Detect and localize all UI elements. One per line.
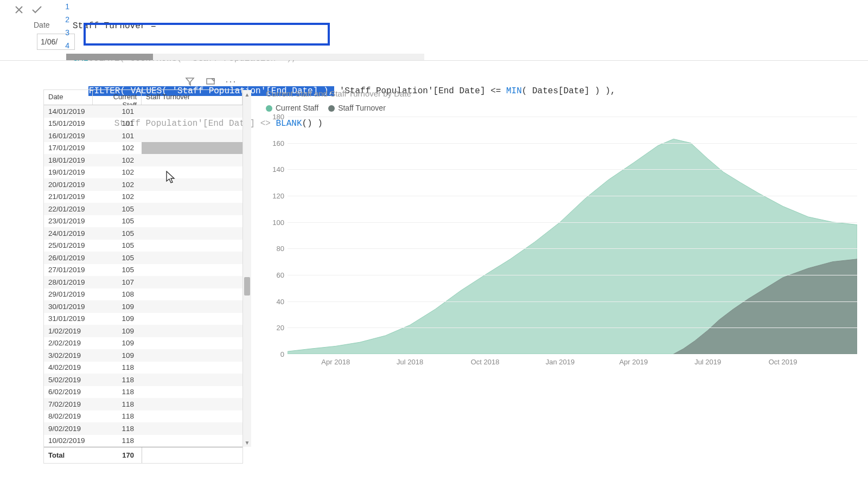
table-row[interactable]: 26/01/2019105 — [44, 252, 242, 264]
table-body[interactable]: 14/01/201910115/01/201910116/01/20191011… — [44, 105, 242, 447]
table-row[interactable]: 16/01/2019101 — [44, 130, 242, 142]
table-row[interactable]: 6/02/2019118 — [44, 386, 242, 399]
table-row[interactable]: 28/01/2019107 — [44, 276, 242, 288]
horizontal-scrollbar[interactable] — [66, 54, 424, 60]
cell-date: 15/01/2019 — [44, 119, 93, 127]
chart-legend: Current Staff Staff Turnover — [266, 104, 857, 112]
table-row[interactable]: 17/01/2019102 — [44, 142, 242, 155]
table-row[interactable]: 21/01/2019102 — [44, 191, 242, 203]
commit-icon[interactable] — [31, 5, 42, 15]
gridline — [288, 169, 857, 170]
legend-swatch — [266, 105, 272, 112]
cell-current-staff: 109 — [93, 327, 142, 335]
gridline — [288, 248, 857, 249]
x-axis: Apr 2018Jul 2018Oct 2018Jan 2019Apr 2019… — [288, 355, 857, 366]
table-row[interactable]: 25/01/2019105 — [44, 240, 242, 252]
y-tick-label: 100 — [266, 218, 284, 226]
table-row[interactable]: 20/01/2019102 — [44, 178, 242, 191]
gridline — [288, 222, 857, 223]
line-number: 2 — [60, 13, 69, 26]
table-row[interactable]: 9/02/2019118 — [44, 422, 242, 435]
cell-date: 6/02/2019 — [44, 388, 93, 396]
table-header: Date Current Staff Staff Turnover — [44, 90, 242, 105]
table-row[interactable]: 23/01/2019105 — [44, 215, 242, 228]
gridline — [288, 301, 857, 302]
table-row[interactable]: 24/01/2019105 — [44, 227, 242, 240]
cell-current-staff: 101 — [93, 132, 142, 140]
x-tick-label: Apr 2018 — [321, 358, 350, 366]
table-row[interactable]: 10/02/2019118 — [44, 435, 242, 447]
scrollbar-thumb[interactable] — [244, 277, 250, 296]
table-row[interactable]: 5/02/2019118 — [44, 374, 242, 386]
cell-current-staff: 105 — [93, 254, 142, 262]
scrollbar-thumb[interactable] — [66, 54, 153, 60]
x-tick-label: Jul 2018 — [397, 358, 423, 366]
table-row[interactable]: 8/02/2019118 — [44, 410, 242, 423]
y-tick-label: 40 — [266, 297, 284, 305]
gridline — [288, 275, 857, 275]
cell-current-staff: 105 — [93, 241, 142, 249]
legend-label: Staff Turnover — [338, 104, 386, 112]
focus-mode-icon[interactable] — [205, 76, 216, 87]
gridline — [288, 117, 857, 117]
table-row[interactable]: 30/01/2019109 — [44, 300, 242, 313]
table-row[interactable]: 19/01/2019102 — [44, 166, 242, 179]
table-row[interactable]: 22/01/2019105 — [44, 203, 242, 215]
y-tick-label: 80 — [266, 245, 284, 253]
cell-current-staff: 109 — [93, 314, 142, 323]
cell-current-staff: 102 — [93, 168, 142, 176]
filter-icon[interactable] — [184, 76, 195, 87]
cell-date: 8/02/2019 — [44, 412, 93, 420]
table-row[interactable]: 4/02/2019118 — [44, 362, 242, 374]
scroll-down-icon[interactable]: ▼ — [243, 438, 251, 447]
table-row[interactable]: 27/01/2019105 — [44, 264, 242, 277]
legend-item-staff-turnover[interactable]: Staff Turnover — [328, 104, 386, 112]
cell-date: 3/02/2019 — [44, 351, 93, 359]
scroll-up-icon[interactable]: ▲ — [243, 90, 251, 99]
table-row[interactable]: 14/01/2019101 — [44, 105, 242, 118]
formula-bar: Date 1/06/ 1 2 3 4 Staff Turnover = CALC… — [0, 0, 868, 61]
data-table[interactable]: Date Current Staff Staff Turnover 14/01/… — [43, 89, 243, 464]
table-row[interactable]: 1/02/2019109 — [44, 325, 242, 337]
cell-date: 9/02/2019 — [44, 425, 93, 433]
table-row[interactable]: 3/02/2019109 — [44, 349, 242, 362]
cell-date: 24/01/2019 — [44, 229, 93, 237]
cell-current-staff: 105 — [93, 217, 142, 225]
cell-current-staff: 109 — [93, 303, 142, 311]
total-empty — [142, 447, 242, 463]
chart-plot-area[interactable]: Apr 2018Jul 2018Oct 2018Jan 2019Apr 2019… — [266, 117, 857, 366]
cell-current-staff: 101 — [93, 119, 142, 127]
legend-item-current-staff[interactable]: Current Staff — [266, 104, 318, 112]
cell-staff-turnover — [142, 142, 242, 155]
cell-current-staff: 108 — [93, 290, 142, 298]
cell-current-staff: 102 — [93, 181, 142, 189]
column-header-date[interactable]: Date — [44, 90, 93, 105]
total-value: 170 — [93, 451, 142, 459]
column-header-current-staff[interactable]: Current Staff — [93, 90, 142, 105]
gridline — [288, 196, 857, 196]
table-row[interactable]: 18/01/2019102 — [44, 154, 242, 166]
vertical-scrollbar[interactable]: ▲ ▼ — [243, 90, 251, 447]
cell-current-staff: 102 — [93, 192, 142, 201]
line-number-gutter: 1 2 3 4 — [60, 0, 69, 52]
x-tick-label: Apr 2019 — [619, 358, 648, 366]
cell-current-staff: 107 — [93, 278, 142, 286]
cell-date: 30/01/2019 — [44, 303, 93, 311]
table-row[interactable]: 7/02/2019118 — [44, 398, 242, 410]
area-chart[interactable]: Current Staff and Staff Turnover by Date… — [266, 89, 857, 412]
cell-date: 19/01/2019 — [44, 168, 93, 176]
cell-date: 1/02/2019 — [44, 327, 93, 335]
cell-current-staff: 118 — [93, 436, 142, 445]
cell-date: 4/02/2019 — [44, 363, 93, 371]
cancel-icon[interactable] — [14, 5, 24, 15]
table-row[interactable]: 15/01/2019101 — [44, 118, 242, 130]
cell-current-staff: 105 — [93, 266, 142, 274]
table-row[interactable]: 2/02/2019109 — [44, 337, 242, 350]
table-row[interactable]: 31/01/2019109 — [44, 313, 242, 325]
cell-date: 29/01/2019 — [44, 290, 93, 298]
cell-date: 25/01/2019 — [44, 241, 93, 249]
more-options-icon[interactable]: ··· — [226, 76, 237, 87]
column-header-staff-turnover[interactable]: Staff Turnover — [142, 90, 242, 105]
cell-current-staff: 105 — [93, 205, 142, 213]
table-row[interactable]: 29/01/2019108 — [44, 288, 242, 301]
